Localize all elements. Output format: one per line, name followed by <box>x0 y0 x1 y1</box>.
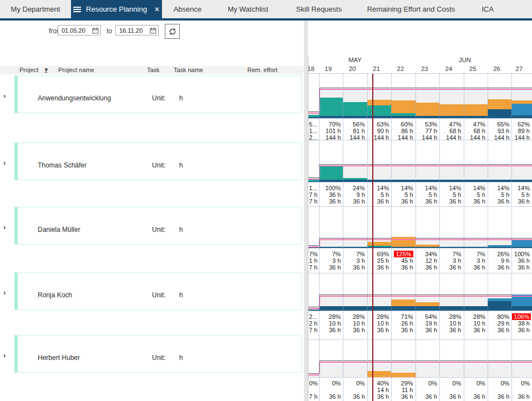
utilization-bar-segment[interactable] <box>367 306 391 311</box>
tab-skill-requests[interactable]: Skill Requests <box>283 0 355 18</box>
utilization-bar-segment[interactable] <box>367 100 391 105</box>
utilization-bar-segment[interactable] <box>319 180 343 182</box>
utilization-bar-segment[interactable] <box>511 104 532 115</box>
expand-row-arrow[interactable]: › <box>3 159 11 167</box>
utilization-bar-segment[interactable] <box>391 116 416 118</box>
calendar-icon[interactable] <box>150 27 156 34</box>
utilization-bar-segment[interactable] <box>308 181 319 182</box>
utilization-bar-segment[interactable] <box>488 247 511 248</box>
utilization-bar-segment[interactable] <box>464 116 488 118</box>
utilization-bar-segment[interactable] <box>391 237 416 247</box>
resource-card[interactable]: AnwendungsentwicklungUnit:h <box>14 75 302 113</box>
utilization-bar-segment[interactable] <box>391 180 416 182</box>
col-header-project[interactable]: Project <box>19 67 38 73</box>
expand-row-arrow[interactable]: › <box>3 223 11 231</box>
col-header-task-name[interactable]: Task name <box>174 67 203 73</box>
tab-remaining-effort-and-costs[interactable]: Remaining Effort and Costs <box>355 0 467 18</box>
utilization-bar-segment[interactable] <box>319 116 343 118</box>
utilization-bar-segment[interactable] <box>488 298 511 301</box>
tab-absence[interactable]: Absence <box>162 0 213 18</box>
utilization-bar-segment[interactable] <box>464 306 488 311</box>
refresh-button[interactable] <box>165 24 180 39</box>
utilization-bar-segment[interactable] <box>308 115 319 117</box>
utilization-bar-segment[interactable] <box>464 247 488 248</box>
col-header-task[interactable]: Task <box>147 67 160 73</box>
utilization-bar-segment[interactable] <box>488 109 511 118</box>
utilization-bar-segment[interactable] <box>391 300 416 306</box>
utilization-bar-segment[interactable] <box>439 180 464 182</box>
resource-card[interactable]: Herbert HuberUnit:h <box>14 335 302 373</box>
utilization-bar-segment[interactable] <box>308 247 319 248</box>
col-header-project-name[interactable]: Project name <box>58 67 94 73</box>
resource-card[interactable]: Daniela MüllerUnit:h <box>14 207 302 245</box>
utilization-bar-segment[interactable] <box>343 178 367 180</box>
utilization-bar-segment[interactable] <box>367 246 391 247</box>
utilization-bar-segment[interactable] <box>439 104 464 116</box>
utilization-bar-segment[interactable] <box>391 247 416 248</box>
utilization-bar-segment[interactable] <box>391 306 416 311</box>
utilization-bar-segment[interactable] <box>511 247 532 248</box>
utilization-bar-segment[interactable] <box>308 309 319 311</box>
utilization-bar-segment[interactable] <box>511 295 532 306</box>
utilization-bar-segment[interactable] <box>464 104 488 116</box>
tab-bar: My DepartmentResource Planning✕AbsenceMy… <box>0 0 532 18</box>
utilization-bar-segment[interactable] <box>319 247 343 248</box>
utilization-bar-segment[interactable] <box>367 116 391 118</box>
col-header-rem-effort[interactable]: Rem. effort <box>233 67 277 73</box>
utilization-bar-segment[interactable] <box>391 113 416 116</box>
utilization-bar-segment[interactable] <box>416 103 439 116</box>
utilization-bar-segment[interactable] <box>308 117 319 118</box>
tab-my-watchlist[interactable]: My Watchlist <box>213 0 283 18</box>
utilization-bar-segment[interactable] <box>464 180 488 182</box>
utilization-bar-segment[interactable] <box>391 373 416 377</box>
utilization-bar-segment[interactable] <box>511 306 532 311</box>
utilization-bar-segment[interactable] <box>511 239 532 247</box>
utilization-bar-segment[interactable] <box>416 116 439 118</box>
expand-row-arrow[interactable]: › <box>3 288 11 297</box>
utilization-bar-segment[interactable] <box>343 180 367 182</box>
week18-offcap-patch <box>308 88 319 113</box>
cell-planned-hours: 9 h <box>488 257 509 264</box>
utilization-bar-segment[interactable] <box>308 179 319 181</box>
utilization-bar-segment[interactable] <box>416 306 439 311</box>
utilization-bar-segment[interactable] <box>343 306 367 311</box>
resource-card[interactable]: Thomas SchäferUnit:h <box>14 143 302 180</box>
utilization-bar-segment[interactable] <box>439 116 464 118</box>
utilization-bar-segment[interactable] <box>488 301 511 311</box>
utilization-bar-segment[interactable] <box>367 242 391 246</box>
utilization-bar-segment[interactable] <box>416 245 439 247</box>
tab-my-department[interactable]: My Department <box>0 0 71 18</box>
utilization-bar-segment[interactable] <box>511 100 532 104</box>
utilization-bar-segment[interactable] <box>367 371 391 377</box>
tab-resource-planning[interactable]: Resource Planning✕ <box>71 0 162 18</box>
utilization-bar-segment[interactable] <box>367 105 391 116</box>
expand-row-arrow[interactable]: › <box>3 92 11 100</box>
utilization-bar-segment[interactable] <box>488 180 511 182</box>
utilization-bar-segment[interactable] <box>416 180 439 182</box>
utilization-bar-segment[interactable] <box>367 180 391 182</box>
utilization-bar-segment[interactable] <box>488 99 511 109</box>
expand-row-arrow[interactable]: › <box>3 351 11 359</box>
cell-utilization-pct: 70% <box>320 121 341 128</box>
utilization-bar-segment[interactable] <box>367 247 391 248</box>
utilization-bar-segment[interactable] <box>391 100 416 113</box>
utilization-bar-segment[interactable] <box>511 115 532 118</box>
calendar-icon[interactable] <box>92 27 99 34</box>
utilization-bar-segment[interactable] <box>319 165 343 180</box>
utilization-bar-segment[interactable] <box>343 102 367 116</box>
utilization-bar-segment[interactable] <box>319 98 343 116</box>
bar-baseline <box>308 377 532 378</box>
tab-ica[interactable]: ICA <box>467 0 508 18</box>
utilization-bar-segment[interactable] <box>439 306 464 311</box>
utilization-bar-segment[interactable] <box>416 247 439 248</box>
utilization-bar-segment[interactable] <box>343 116 367 118</box>
menu-icon[interactable] <box>73 6 81 13</box>
utilization-bar-segment[interactable] <box>439 247 464 248</box>
utilization-bar-segment[interactable] <box>319 306 343 311</box>
utilization-bar-segment[interactable] <box>416 302 439 306</box>
utilization-bar-segment[interactable] <box>343 247 367 248</box>
resource-card[interactable]: Ronja KochUnit:h <box>14 272 302 310</box>
utilization-bar-segment[interactable] <box>511 180 532 182</box>
utilization-bar-segment[interactable] <box>488 245 511 247</box>
close-tab-icon[interactable]: ✕ <box>154 6 160 13</box>
